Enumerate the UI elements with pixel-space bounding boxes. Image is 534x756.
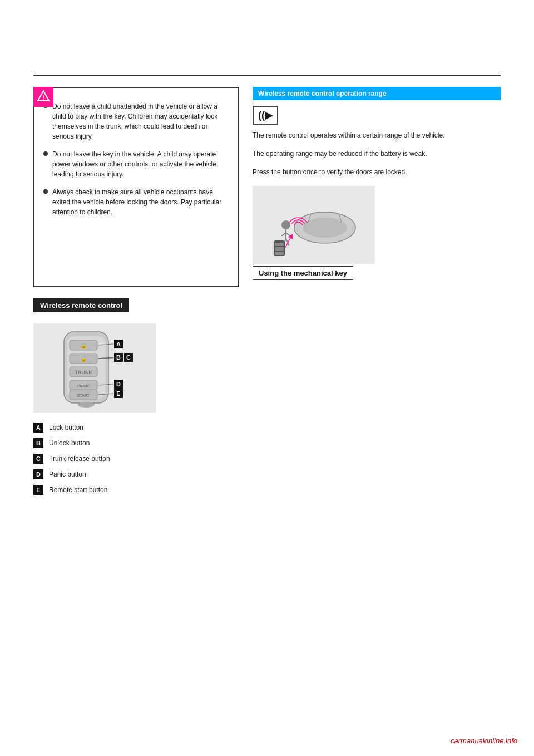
badge-C: C [33,454,43,464]
wireless-symbol: ((▶ [258,109,273,121]
label-row-E: E Remote start button [33,485,501,495]
top-spacer [0,11,534,42]
svg-line-11 [286,233,290,236]
warning-text-1: Do not leave a child unattended in the v… [52,101,229,141]
svg-rect-13 [275,243,284,246]
two-column-layout: ! Do not leave a child unattended in the… [0,87,534,312]
label-rows: A Lock button B Unlock button C Trunk re… [0,423,534,495]
warning-icon: ! [33,87,53,107]
warning-triangle-icon: ! [37,90,50,103]
badge-D: D [33,469,43,479]
label-text-B: Unlock button [49,438,90,448]
top-rule [33,75,501,76]
warning-box: ! Do not leave a child unattended in the… [33,87,239,287]
warning-item-3: Always check to make sure all vehicle oc… [43,187,229,217]
svg-text:🔒: 🔒 [80,342,87,349]
warning-item-1: Do not leave a child unattended in the v… [43,101,229,141]
label-text-D: Panic button [49,469,86,479]
svg-text:!: ! [43,94,45,101]
section-title-text: Wireless remote control operation range [258,90,387,97]
wireless-remote-caption: Wireless remote control [33,298,129,312]
badge-A: A [33,423,43,433]
svg-text:D: D [116,381,121,387]
label-row-C: C Trunk release button [33,454,501,464]
keyfob-illustration: 🔒 🔓 TRUNK PANIC START [44,326,145,410]
svg-text:🔓: 🔓 [80,355,87,362]
warning-item-2: Do not leave the key in the vehicle. A c… [43,149,229,179]
left-column: ! Do not leave a child unattended in the… [33,87,239,312]
label-row-D: D Panic button [33,469,501,479]
svg-point-28 [78,402,95,408]
warning-text-3: Always check to make sure all vehicle oc… [52,187,229,217]
badge-E: E [33,485,43,495]
svg-point-3 [303,218,347,238]
right-column: Wireless remote control operation range … [253,87,501,312]
car-image-box [253,186,375,264]
svg-text:PANIC: PANIC [77,384,90,389]
section-title-bar: Wireless remote control operation range [253,87,501,100]
svg-rect-15 [275,252,284,255]
bullet-dot-2 [43,151,48,156]
remote-image-row: 🔒 🔓 TRUNK PANIC START [33,323,501,413]
label-row-A: A Lock button [33,423,501,433]
mechanical-key-caption: Using the mechanical key [253,266,353,280]
warning-bullet-list: Do not leave a child unattended in the v… [43,101,229,217]
wireless-icon-box: ((▶ [253,106,278,125]
svg-rect-14 [275,247,284,251]
page-container: ! Do not leave a child unattended in the… [0,0,534,756]
svg-text:START: START [77,394,90,397]
right-text-3: Press the button once to verify the door… [253,167,501,178]
label-text-E: Remote start button [49,485,107,495]
label-text-A: Lock button [49,423,83,433]
badge-B: B [33,438,43,448]
warning-text-2: Do not leave the key in the vehicle. A c… [52,149,229,179]
remote-section: 🔒 🔓 TRUNK PANIC START [0,323,534,413]
remote-image-box: 🔒 🔓 TRUNK PANIC START [33,323,156,413]
watermark: carmanualonline.info [451,737,517,745]
svg-line-10 [281,233,286,236]
label-text-C: Trunk release button [49,454,110,464]
label-row-B: B Unlock button [33,438,501,448]
svg-text:TRUNK: TRUNK [75,370,92,375]
svg-text:C: C [126,354,131,361]
car-illustration [258,192,369,258]
right-text-1: The remote control operates within a cer… [253,130,501,141]
svg-text:E: E [116,390,120,397]
bullet-dot-3 [43,189,48,194]
svg-text:A: A [116,341,121,347]
right-text-2: The operating range may be reduced if th… [253,149,501,159]
